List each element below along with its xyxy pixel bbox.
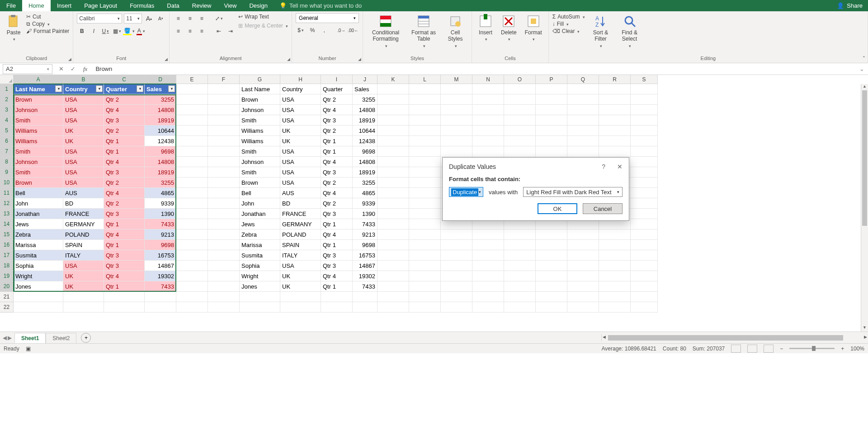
cell[interactable] — [599, 84, 631, 94]
cell[interactable] — [631, 219, 658, 229]
cell[interactable]: USA — [63, 94, 104, 105]
clear-dropdown[interactable] — [576, 28, 580, 34]
cell[interactable]: 18919 — [145, 115, 176, 126]
cell[interactable]: Qtr 1 — [321, 219, 353, 229]
cell[interactable] — [409, 250, 441, 261]
cell[interactable]: 14867 — [145, 261, 176, 271]
cell[interactable] — [599, 271, 631, 281]
cell[interactable]: Williams — [14, 126, 63, 136]
tab-view[interactable]: View — [217, 0, 243, 11]
cell[interactable] — [441, 115, 472, 126]
cell[interactable] — [441, 84, 472, 94]
cell[interactable]: UK — [63, 126, 104, 136]
collapse-ribbon-button[interactable]: ˄ — [863, 56, 865, 62]
cell[interactable] — [240, 302, 280, 313]
cell[interactable]: 18919 — [353, 115, 377, 126]
cell[interactable]: 14808 — [353, 105, 377, 115]
cell[interactable]: Quarter — [104, 84, 145, 94]
cell[interactable] — [208, 271, 240, 281]
cell[interactable]: Brown — [14, 94, 63, 105]
cell[interactable] — [409, 292, 441, 302]
filter-button[interactable] — [96, 85, 103, 92]
cell[interactable]: Qtr 1 — [321, 281, 353, 292]
row-header[interactable]: 15 — [0, 229, 14, 240]
cell[interactable]: Last Name — [14, 84, 63, 94]
cell[interactable]: 7433 — [353, 219, 377, 229]
cell[interactable] — [599, 136, 631, 146]
cell[interactable] — [176, 146, 208, 157]
cell[interactable] — [176, 250, 208, 261]
cell[interactable] — [409, 115, 441, 126]
cell[interactable] — [472, 271, 504, 281]
select-all-corner[interactable] — [0, 75, 14, 84]
cell[interactable] — [176, 136, 208, 146]
cell[interactable] — [472, 84, 504, 94]
cell[interactable] — [321, 292, 353, 302]
cell[interactable] — [536, 105, 567, 115]
cell[interactable]: Qtr 2 — [321, 94, 353, 105]
cell[interactable] — [536, 261, 567, 271]
align-top-button[interactable]: ≡ — [173, 14, 183, 23]
insert-cells-button[interactable]: Insert — [476, 13, 495, 43]
fill-button[interactable]: ↓Fill — [552, 20, 585, 28]
number-format-dropdown[interactable]: General▾ — [296, 13, 359, 23]
scroll-up-arrow[interactable]: ▲ — [861, 84, 868, 90]
cell[interactable]: Qtr 3 — [104, 261, 145, 271]
cell[interactable]: 9698 — [353, 146, 377, 157]
find-select-button[interactable]: Find & Select — [617, 13, 643, 50]
new-sheet-button[interactable]: + — [81, 333, 91, 343]
font-color-button[interactable]: A — [136, 26, 146, 36]
cell[interactable]: 1390 — [145, 209, 176, 219]
row-header[interactable]: 8 — [0, 157, 14, 167]
cell[interactable] — [536, 94, 567, 105]
column-header[interactable]: S — [631, 75, 658, 84]
cell[interactable]: Qtr 3 — [104, 115, 145, 126]
cell[interactable]: Marissa — [14, 240, 63, 250]
cell[interactable]: Bell — [240, 188, 280, 198]
cell[interactable]: Sales — [145, 84, 176, 94]
cell[interactable]: Qtr 4 — [104, 157, 145, 167]
cell[interactable] — [631, 167, 658, 177]
column-header[interactable]: K — [377, 75, 409, 84]
cell[interactable]: Sophia — [14, 261, 63, 271]
cell[interactable]: AUS — [63, 188, 104, 198]
row-header[interactable]: 3 — [0, 105, 14, 115]
row-header[interactable]: 6 — [0, 136, 14, 146]
scroll-down-arrow[interactable]: ▼ — [861, 325, 868, 332]
cell[interactable]: 12438 — [353, 136, 377, 146]
cell[interactable]: Zebra — [14, 229, 63, 240]
font-launcher[interactable]: ◢ — [165, 57, 168, 61]
cell[interactable] — [208, 240, 240, 250]
cell[interactable] — [472, 302, 504, 313]
cell[interactable]: Qtr 3 — [104, 250, 145, 261]
format-as-table-button[interactable]: Format as Table — [407, 13, 440, 50]
column-header[interactable]: P — [536, 75, 567, 84]
cell[interactable] — [536, 292, 567, 302]
delete-cells-button[interactable]: Delete — [498, 13, 519, 43]
cell[interactable] — [631, 157, 658, 167]
cell[interactable] — [176, 105, 208, 115]
cell[interactable] — [536, 229, 567, 240]
number-launcher[interactable]: ◢ — [358, 57, 361, 61]
cell[interactable] — [504, 281, 536, 292]
zoom-in-button[interactable]: + — [841, 346, 844, 352]
cell[interactable]: USA — [63, 115, 104, 126]
cell[interactable] — [208, 292, 240, 302]
cell[interactable]: Qtr 3 — [321, 115, 353, 126]
clipboard-launcher[interactable]: ◢ — [68, 57, 71, 61]
cell[interactable] — [208, 209, 240, 219]
cell[interactable] — [504, 84, 536, 94]
filter-button[interactable] — [168, 85, 175, 92]
cond-fmt-dropdown[interactable] — [384, 42, 387, 49]
column-header[interactable]: G — [240, 75, 280, 84]
cell[interactable] — [409, 240, 441, 250]
cell[interactable] — [409, 94, 441, 105]
sort-dropdown[interactable] — [599, 42, 602, 49]
formula-input[interactable]: Brown — [92, 65, 856, 72]
cell[interactable] — [441, 281, 472, 292]
cell[interactable] — [377, 188, 409, 198]
cell[interactable] — [377, 261, 409, 271]
horizontal-scrollbar[interactable]: ◀ ▶ — [601, 334, 868, 341]
cell[interactable]: Qtr 2 — [321, 198, 353, 209]
cell[interactable]: Jones — [14, 281, 63, 292]
